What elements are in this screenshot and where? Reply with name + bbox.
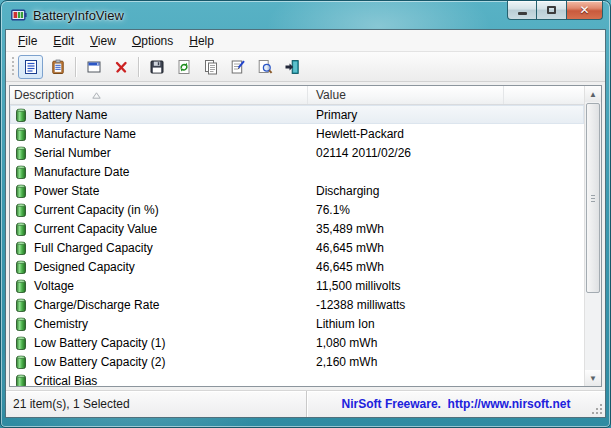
row-description: Low Battery Capacity (2) bbox=[34, 355, 165, 369]
table-row[interactable]: Charge/Discharge Rate -12388 milliwatts bbox=[10, 295, 584, 314]
table-row[interactable]: Manufacture Name Hewlett-Packard bbox=[10, 124, 584, 143]
row-description: Designed Capacity bbox=[34, 260, 135, 274]
resize-grip[interactable] bbox=[590, 402, 602, 414]
battery-icon bbox=[16, 165, 26, 179]
row-description: Low Battery Capacity (1) bbox=[34, 336, 165, 350]
table-row[interactable]: Critical Bias bbox=[10, 371, 584, 386]
table-row[interactable]: Battery Name Primary bbox=[10, 105, 584, 124]
minimize-button[interactable] bbox=[507, 1, 537, 20]
row-value: 02114 2011/02/26 bbox=[308, 146, 504, 160]
toolbar-gripper[interactable] bbox=[12, 57, 14, 77]
battery-icon bbox=[16, 203, 26, 217]
row-value: 1,080 mWh bbox=[308, 336, 504, 350]
battery-info-list: Description Value bbox=[9, 85, 602, 387]
refresh-button[interactable] bbox=[171, 55, 196, 79]
maximize-button[interactable] bbox=[537, 1, 566, 20]
row-description: Manufacture Name bbox=[34, 127, 136, 141]
column-label: Value bbox=[316, 88, 346, 102]
toolbar-separator bbox=[138, 57, 139, 77]
window-controls: ✕ bbox=[507, 1, 603, 20]
table-row[interactable]: Designed Capacity 46,645 mWh bbox=[10, 257, 584, 276]
table-row[interactable]: Current Capacity Value 35,489 mWh bbox=[10, 219, 584, 238]
battery-log-view-button[interactable] bbox=[45, 55, 70, 79]
toolbar bbox=[6, 52, 605, 82]
nirsoft-link[interactable]: NirSoft Freeware. http://www.nirsoft.net bbox=[307, 391, 605, 417]
row-value: 46,645 mWh bbox=[308, 260, 504, 274]
menu-edit[interactable]: Edit bbox=[45, 31, 82, 51]
row-description: Manufacture Date bbox=[34, 165, 129, 179]
row-value: 35,489 mWh bbox=[308, 222, 504, 236]
table-row[interactable]: Power State Discharging bbox=[10, 181, 584, 200]
find-icon bbox=[257, 59, 273, 75]
table-row[interactable]: Serial Number 02114 2011/02/26 bbox=[10, 143, 584, 162]
row-description: Battery Name bbox=[34, 108, 107, 122]
list-rows: Battery Name Primary Manufacture Name He… bbox=[10, 105, 584, 386]
window-title: BatteryInfoView bbox=[33, 8, 124, 23]
scroll-down-button[interactable]: ▼ bbox=[585, 370, 601, 386]
table-row[interactable]: Chemistry Lithium Ion bbox=[10, 314, 584, 333]
menubar: File Edit View Options Help bbox=[6, 30, 605, 52]
row-value: Primary bbox=[308, 108, 504, 122]
row-value: Hewlett-Packard bbox=[308, 127, 504, 141]
row-description: Voltage bbox=[34, 279, 74, 293]
document-list-icon bbox=[23, 59, 39, 75]
client-area: File Edit View Options Help bbox=[5, 29, 606, 418]
save-button[interactable] bbox=[144, 55, 169, 79]
table-row[interactable]: Manufacture Date bbox=[10, 162, 584, 181]
close-button[interactable]: ✕ bbox=[566, 1, 603, 20]
row-description: Current Capacity (in %) bbox=[34, 203, 159, 217]
battery-icon bbox=[16, 241, 26, 255]
properties-button[interactable] bbox=[225, 55, 250, 79]
battery-icon bbox=[16, 222, 26, 236]
scrollbar-thumb[interactable] bbox=[586, 103, 600, 293]
table-row[interactable]: Low Battery Capacity (2) 2,160 mWh bbox=[10, 352, 584, 371]
properties-window-button[interactable] bbox=[81, 55, 106, 79]
edit-properties-icon bbox=[230, 59, 246, 75]
copy-button[interactable] bbox=[198, 55, 223, 79]
titlebar[interactable]: BatteryInfoView ✕ bbox=[1, 1, 610, 29]
status-item-count: 21 item(s), 1 Selected bbox=[6, 391, 307, 417]
battery-icon bbox=[16, 146, 26, 160]
battery-icon bbox=[16, 127, 26, 141]
table-row[interactable]: Low Battery Capacity (1) 1,080 mWh bbox=[10, 333, 584, 352]
minimize-icon bbox=[518, 12, 527, 15]
row-description: Current Capacity Value bbox=[34, 222, 157, 236]
battery-icon bbox=[16, 260, 26, 274]
menu-help[interactable]: Help bbox=[181, 31, 222, 51]
maximize-icon bbox=[547, 6, 556, 14]
find-button[interactable] bbox=[252, 55, 277, 79]
battery-app-icon[interactable] bbox=[11, 7, 27, 23]
list-header: Description Value bbox=[10, 86, 601, 105]
row-description: Full Charged Capacity bbox=[34, 241, 153, 255]
clipboard-icon bbox=[50, 59, 66, 75]
row-description: Power State bbox=[34, 184, 99, 198]
save-icon bbox=[149, 59, 165, 75]
menu-view[interactable]: View bbox=[82, 31, 124, 51]
battery-icon bbox=[16, 298, 26, 312]
battery-icon bbox=[16, 336, 26, 350]
table-row[interactable]: Voltage 11,500 millivolts bbox=[10, 276, 584, 295]
copy-icon bbox=[203, 59, 219, 75]
scroll-up-button[interactable]: ▲ bbox=[585, 86, 601, 102]
sort-ascending-icon bbox=[92, 92, 101, 99]
battery-info-view-button[interactable] bbox=[18, 55, 43, 79]
row-value: 46,645 mWh bbox=[308, 241, 504, 255]
table-row[interactable]: Current Capacity (in %) 76.1% bbox=[10, 200, 584, 219]
row-value: -12388 milliwatts bbox=[308, 298, 504, 312]
delete-button[interactable] bbox=[108, 55, 133, 79]
table-row[interactable]: Full Charged Capacity 46,645 mWh bbox=[10, 238, 584, 257]
close-icon: ✕ bbox=[579, 4, 589, 16]
column-label: Description bbox=[14, 88, 74, 102]
menu-file[interactable]: File bbox=[10, 31, 45, 51]
battery-icon bbox=[16, 279, 26, 293]
column-header-description[interactable]: Description bbox=[10, 86, 308, 104]
app-window: BatteryInfoView ✕ File Edit View Options… bbox=[0, 0, 611, 428]
exit-door-icon bbox=[284, 59, 300, 75]
toolbar-separator bbox=[75, 57, 76, 77]
exit-button[interactable] bbox=[279, 55, 304, 79]
menu-options[interactable]: Options bbox=[124, 31, 181, 51]
vertical-scrollbar[interactable]: ▲ ▼ bbox=[584, 86, 601, 386]
column-header-value[interactable]: Value bbox=[308, 86, 504, 104]
row-description: Serial Number bbox=[34, 146, 111, 160]
row-description: Chemistry bbox=[34, 317, 88, 331]
